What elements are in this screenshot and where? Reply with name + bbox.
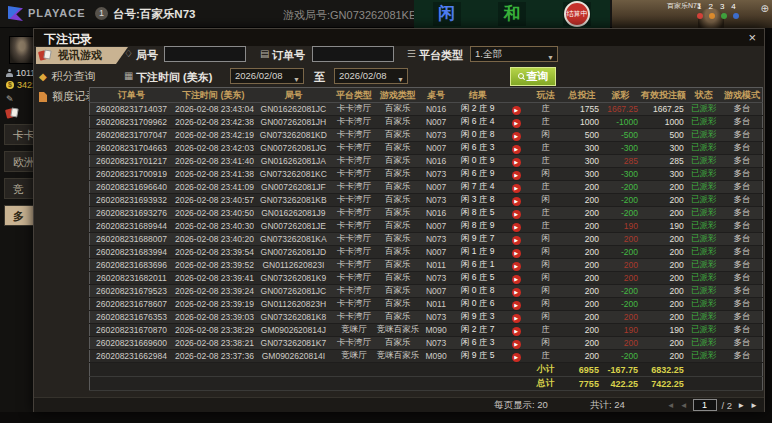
cell-time: 2026-02-08 23:38:29 [173,324,254,337]
tab-quota-records[interactable]: 额度记录 [39,89,96,104]
cell-result: 闲 0 庄 6 [452,298,504,311]
platform-select[interactable]: 1.全部 ▼ [470,46,558,62]
close-icon[interactable]: × [748,30,756,45]
cell-round: GM0902620814J [254,324,333,337]
cell-replay: ▶ [504,220,528,233]
replay-button[interactable]: ▶ [512,171,521,180]
page-total-label: / 2 [722,400,733,411]
cell-play: 庄 [528,350,563,363]
cell-round: GN073262081KA [254,233,333,246]
bet-records-table: 订单号下注时间 (美东)局号平台类型游戏类型桌号结果玩法总投注派彩有效投注额状态… [89,87,763,391]
date-from-select[interactable]: 2026/02/08 ▼ [230,68,304,84]
last-page-icon[interactable]: ► [750,401,758,410]
replay-button[interactable]: ▶ [512,353,521,362]
cell-order: 260208231693932 [90,194,173,207]
replay-button[interactable]: ▶ [512,327,521,336]
tab-points-query[interactable]: ◆ 积分查询 [39,69,96,84]
cell-mode: 多台 [722,337,763,350]
cell-time: 2026-02-08 23:40:30 [173,220,254,233]
cell-mode: 多台 [722,259,763,272]
cell-bet: 200 [563,285,601,298]
replay-button[interactable]: ▶ [512,119,521,128]
cell-result: 闲 3 庄 8 [452,194,504,207]
cell-platform: 卡卡湾厅 [333,311,375,324]
replay-button[interactable]: ▶ [512,158,521,167]
cell-valid: 200 [640,272,686,285]
cell-table: N073 [421,194,452,207]
replay-button[interactable]: ▶ [512,236,521,245]
replay-button[interactable]: ▶ [512,262,521,271]
cell-play: 闲 [528,168,563,181]
cell-game: 百家乐 [375,298,421,311]
cell-mode: 多台 [722,233,763,246]
cell-result: 闲 6 庄 5 [452,272,504,285]
replay-button[interactable]: ▶ [512,301,521,310]
document-icon [39,92,47,102]
cell-bet: 200 [563,350,601,363]
cell-bet: 200 [563,311,601,324]
column-header: 局号 [254,88,333,103]
table-row: 2602082317046632026-02-08 23:42:03GN0072… [90,142,763,155]
cell-mode: 多台 [722,142,763,155]
replay-button[interactable]: ▶ [512,132,521,141]
avatar[interactable] [9,36,35,64]
cell-table: N007 [421,116,452,129]
column-header: 桌号 [421,88,452,103]
replay-button[interactable]: ▶ [512,340,521,349]
video-expand-icon[interactable]: ⊕ [761,3,769,14]
replay-button[interactable]: ▶ [512,288,521,297]
table-row: 2602082317140372026-02-08 23:43:04GN0162… [90,103,763,116]
cell-round: GN073262081K8 [254,311,333,324]
cell-order: 260208231701217 [90,155,173,168]
cell-play: 庄 [528,116,563,129]
cell-platform: 卡卡湾厅 [333,298,375,311]
search-button[interactable]: 查询 [510,67,556,86]
cell-game: 百家乐 [375,233,421,246]
cell-status: 已派彩 [686,285,722,298]
round-filter-input[interactable] [164,46,246,62]
cell-replay: ▶ [504,207,528,220]
cell-game: 竞咪百家乐 [375,324,421,337]
replay-button[interactable]: ▶ [512,197,521,206]
cell-result: 闲 9 庄 5 [452,350,504,363]
cell-valid: 190 [640,220,686,233]
bet-time-label: 下注时间 (美东) [136,70,212,85]
column-header: 派彩 [601,88,640,103]
cell-bet: 300 [563,142,601,155]
platform-filter-label: 平台类型 [419,48,463,63]
replay-button[interactable]: ▶ [512,314,521,323]
next-page-icon[interactable]: ► [737,401,745,410]
page-number-input[interactable] [693,399,717,411]
table-header-row: 订单号下注时间 (美东)局号平台类型游戏类型桌号结果玩法总投注派彩有效投注额状态… [90,88,763,103]
replay-button[interactable]: ▶ [512,145,521,154]
column-header: 游戏模式 [722,88,763,103]
bet-spot-tie[interactable]: 和 [498,2,526,26]
column-header: 结果 [452,88,504,103]
cell-round: GN007262081JG [254,142,333,155]
cell-platform: 卡卡湾厅 [333,207,375,220]
filter-row-1: ♢ 局号 ▤ 订单号 ☰ 平台类型 1.全部 ▼ [122,45,760,65]
replay-button[interactable]: ▶ [512,275,521,284]
cell-mode: 多台 [722,298,763,311]
cell-platform: 卡卡湾厅 [333,259,375,272]
cell-play: 闲 [528,311,563,324]
cell-order: 260208231688007 [90,233,173,246]
cell-bet: 200 [563,259,601,272]
cell-replay: ▶ [504,324,528,337]
cell-time: 2026-02-08 23:39:54 [173,246,254,259]
replay-button[interactable]: ▶ [512,223,521,232]
date-to-select[interactable]: 2026/02/08 ▼ [334,68,408,84]
tab-video-games[interactable]: 视讯游戏 [36,47,128,64]
replay-button[interactable]: ▶ [512,210,521,219]
cell-play: 庄 [528,155,563,168]
bet-spot-player[interactable]: 闲 [433,2,461,26]
replay-button[interactable]: ▶ [512,249,521,258]
replay-button[interactable]: ▶ [512,106,521,115]
replay-button[interactable]: ▶ [512,184,521,193]
prev-page-icon[interactable]: ◄ [680,401,688,410]
coin-icon: $ [6,81,14,89]
cell-game: 百家乐 [375,168,421,181]
order-filter-input[interactable] [312,46,394,62]
total-row-cell: 7755 [563,377,601,391]
first-page-icon[interactable]: ◄ [667,401,675,410]
